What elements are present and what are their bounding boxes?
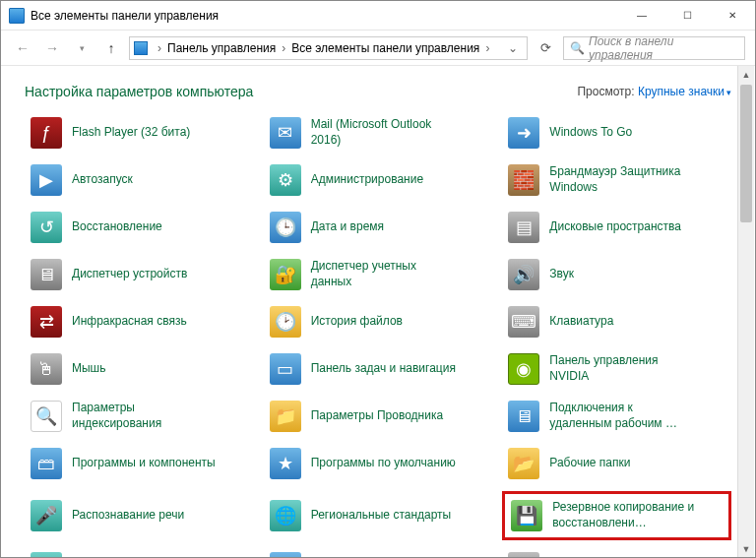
recent-locations-dropdown[interactable]: ▾	[70, 36, 94, 60]
cpl-item-label: Рабочие папки	[549, 456, 630, 471]
refresh-button[interactable]: ⟳	[534, 36, 557, 60]
cpl-item-taskbar[interactable]: ▭Панель задач и навигация	[264, 349, 493, 389]
workfolders-icon: 📂	[508, 448, 539, 479]
cpl-item-devmgr[interactable]: 🖥Диспетчер устройств	[25, 255, 254, 294]
cpl-item-filehist[interactable]: 🕑История файлов	[264, 302, 493, 341]
programs-icon: 🗃	[31, 448, 62, 479]
cpl-item-label: Дата и время	[311, 219, 384, 235]
title-bar: Все элементы панели управления — ☐ ✕	[1, 1, 755, 31]
firewall-icon: 🧱	[508, 164, 539, 196]
cpl-item-credmgr[interactable]: 🔐Диспетчер учетных данных	[264, 255, 493, 294]
window-title: Все элементы панели управления	[31, 9, 619, 23]
navigation-bar: ← → ▾ ↑ › Панель управления › Все элемен…	[1, 31, 755, 66]
scroll-thumb[interactable]	[740, 85, 752, 222]
datetime-icon: 🕒	[270, 212, 301, 243]
forward-button[interactable]: →	[40, 36, 64, 60]
cpl-item-defaults[interactable]: ★Программы по умолчанию	[264, 444, 493, 483]
maximize-button[interactable]: ☐	[664, 1, 710, 31]
cpl-item-label: Mail (Microsoft Outlook 2016)	[311, 117, 459, 148]
cpl-item-label: Звук	[549, 267, 574, 282]
cpl-item-index[interactable]: 🔍Параметры индексирования	[25, 397, 254, 436]
cpl-item-label: Диспетчер учетных данных	[311, 259, 459, 289]
explorer-icon: 📁	[270, 401, 301, 432]
cpl-item-speech[interactable]: 🎤Распознавание речи	[25, 491, 254, 540]
nvidia-icon: ◉	[508, 353, 539, 385]
address-bar[interactable]: › Панель управления › Все элементы панел…	[129, 36, 528, 60]
control-panel-icon	[134, 41, 148, 55]
cpl-item-disks[interactable]: ▤Дисковые пространства	[502, 208, 731, 247]
scroll-up-button[interactable]: ▲	[738, 66, 754, 83]
chevron-down-icon: ▾	[726, 88, 731, 97]
cpl-item-label: Распознавание речи	[72, 508, 184, 524]
cpl-item-explorer[interactable]: 📁Параметры Проводника	[264, 397, 493, 436]
cpl-item-phone[interactable]: ☎Телефон и модем	[502, 548, 731, 557]
cpl-item-mouse[interactable]: 🖱Мышь	[25, 349, 254, 389]
app-icon	[9, 8, 25, 24]
flash-icon: ƒ	[31, 117, 62, 149]
cpl-item-label: Программы по умолчанию	[311, 456, 456, 471]
cpl-item-label: Дисковые пространства	[549, 219, 681, 235]
heading-row: Настройка параметров компьютера Просмотр…	[25, 84, 731, 99]
cpl-item-label: Клавиатура	[549, 314, 613, 330]
keyboard-icon: ⌨	[508, 306, 539, 338]
admin-icon: ⚙	[270, 164, 301, 196]
cpl-item-workfolders[interactable]: 📂Рабочие папки	[502, 444, 731, 483]
scroll-down-button[interactable]: ▼	[738, 540, 754, 557]
cpl-item-label: Инфракрасная связь	[72, 314, 187, 330]
cpl-item-autorun[interactable]: ▶Автозапуск	[25, 160, 254, 200]
cpl-item-inetopt[interactable]: 🌍Свойства браузера	[25, 548, 254, 557]
cpl-item-programs[interactable]: 🗃Программы и компоненты	[25, 444, 254, 483]
defaults-icon: ★	[270, 448, 301, 479]
cpl-item-datetime[interactable]: 🕒Дата и время	[264, 208, 493, 247]
close-button[interactable]: ✕	[710, 1, 755, 31]
credmgr-icon: 🔐	[270, 259, 301, 290]
cpl-item-admin[interactable]: ⚙Администрирование	[264, 160, 493, 200]
cpl-item-label: Программы и компоненты	[72, 456, 216, 471]
mouse-icon: 🖱	[31, 353, 62, 385]
search-input[interactable]: 🔍 Поиск в панели управления	[563, 36, 745, 60]
recovery-icon: ↺	[31, 212, 62, 243]
up-button[interactable]: ↑	[99, 36, 123, 60]
cpl-item-nvidia[interactable]: ◉Панель управления NVIDIA	[502, 349, 731, 389]
cpl-item-label: Автозапуск	[72, 172, 133, 188]
scroll-track[interactable]	[738, 224, 754, 540]
window-controls: — ☐ ✕	[619, 1, 755, 31]
cpl-item-label: Администрирование	[311, 172, 423, 188]
cpl-item-regional[interactable]: 🌐Региональные стандарты	[264, 491, 493, 540]
cpl-item-keyboard[interactable]: ⌨Клавиатура	[502, 302, 731, 341]
breadcrumb-root[interactable]: Панель управления	[165, 39, 278, 57]
cpl-item-label: Панель управления NVIDIA	[549, 353, 697, 384]
view-by-value[interactable]: Крупные значки	[638, 85, 724, 98]
cpl-item-mail[interactable]: ✉Mail (Microsoft Outlook 2016)	[264, 113, 493, 153]
cpl-item-firewall[interactable]: 🧱Брандмауэр Защитника Windows	[502, 160, 731, 200]
breadcrumb-leaf[interactable]: Все элементы панели управления	[289, 39, 481, 57]
page-heading: Настройка параметров компьютера	[25, 84, 253, 99]
cpl-item-flash[interactable]: ƒFlash Player (32 бита)	[25, 113, 254, 153]
cpl-item-remote[interactable]: 🖥Подключения к удаленным рабочим …	[502, 397, 731, 436]
backup-icon: 💾	[511, 500, 542, 531]
cpl-item-label: Восстановление	[72, 219, 162, 235]
cpl-item-wintogo[interactable]: ➜Windows To Go	[502, 113, 731, 153]
cpl-item-infrared[interactable]: ⇄Инфракрасная связь	[25, 302, 254, 341]
view-by-control[interactable]: Просмотр: Крупные значки▾	[577, 85, 731, 98]
cpl-item-sound[interactable]: 🔊Звук	[502, 255, 731, 294]
vertical-scrollbar[interactable]: ▲ ▼	[737, 66, 754, 557]
cpl-item-label: История файлов	[311, 314, 403, 330]
cpl-item-label: Диспетчер устройств	[72, 267, 187, 282]
mail-icon: ✉	[270, 117, 301, 149]
cpl-item-label: Резервное копирование и восстановлени…	[552, 500, 700, 530]
cpl-item-label: Flash Player (32 бита)	[72, 125, 190, 141]
search-placeholder: Поиск в панели управления	[589, 34, 738, 62]
remote-icon: 🖥	[508, 401, 539, 432]
cpl-item-system[interactable]: 🖥Система	[264, 548, 493, 557]
cpl-item-recovery[interactable]: ↺Восстановление	[25, 208, 254, 247]
chevron-right-icon: ›	[154, 41, 165, 55]
cpl-item-backup[interactable]: 💾Резервное копирование и восстановлени…	[502, 491, 731, 540]
search-icon: 🔍	[570, 41, 585, 55]
index-icon: 🔍	[31, 401, 62, 432]
address-history-dropdown[interactable]: ⌄	[503, 41, 523, 55]
back-button[interactable]: ←	[11, 36, 34, 60]
phone-icon: ☎	[508, 552, 539, 557]
cpl-item-label: Мышь	[72, 361, 106, 377]
minimize-button[interactable]: —	[619, 1, 664, 31]
